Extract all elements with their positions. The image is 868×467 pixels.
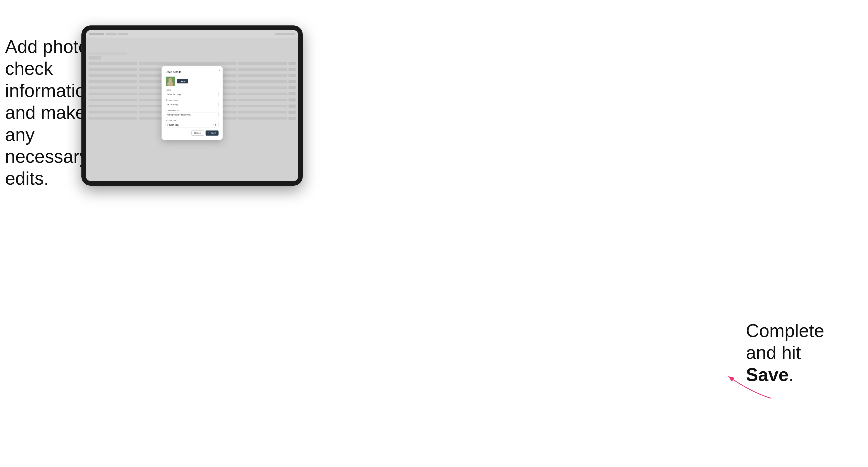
email-input[interactable] (165, 112, 219, 117)
save-icon: ⬆ (208, 132, 210, 134)
modal-close-button[interactable]: × (218, 69, 220, 72)
tablet-screen: User details × (86, 30, 298, 181)
name-input[interactable] (165, 92, 219, 97)
annotation-right: Complete and hit Save. (746, 320, 848, 385)
photo-image (165, 76, 175, 86)
upload-photo-button[interactable]: Upload (177, 79, 188, 84)
school-year-field-group: School Year Fourth Year × ▲ ▼ (165, 119, 219, 127)
select-controls: × ▲ ▼ (213, 123, 217, 126)
photo-section: Upload (165, 76, 219, 86)
display-name-input[interactable] (165, 102, 219, 107)
display-name-label: Display name (165, 99, 219, 101)
user-details-modal: User details × (161, 66, 223, 139)
display-name-field-group: Display name (165, 99, 219, 107)
save-label: Save (211, 132, 216, 134)
user-photo-thumbnail (165, 76, 175, 86)
select-clear-icon[interactable]: × (213, 124, 214, 126)
select-arrows-icon: ▲ ▼ (215, 123, 217, 126)
save-button[interactable]: ⬆ Save (206, 130, 219, 135)
school-year-value: Fourth Year (167, 124, 179, 126)
name-field-group: Name (165, 89, 219, 97)
tablet-device: User details × (82, 25, 303, 186)
name-label: Name (165, 89, 219, 91)
annotation-right-text2: . (788, 365, 794, 385)
app-background: User details × (86, 30, 298, 181)
user-photo-svg (165, 76, 175, 86)
svg-point-3 (168, 78, 172, 82)
modal-overlay: User details × (86, 30, 298, 181)
annotation-right-text1: Complete and hit (746, 320, 824, 363)
cancel-button[interactable]: Cancel (191, 130, 204, 135)
modal-footer: Cancel ⬆ Save (165, 130, 219, 135)
email-field-group: Email address (165, 109, 219, 117)
annotation-right-bold: Save (746, 365, 788, 385)
school-year-label: School Year (165, 119, 219, 122)
modal-title: User details (165, 70, 219, 73)
school-year-select[interactable]: Fourth Year × ▲ ▼ (165, 122, 219, 127)
email-label: Email address (165, 109, 219, 112)
